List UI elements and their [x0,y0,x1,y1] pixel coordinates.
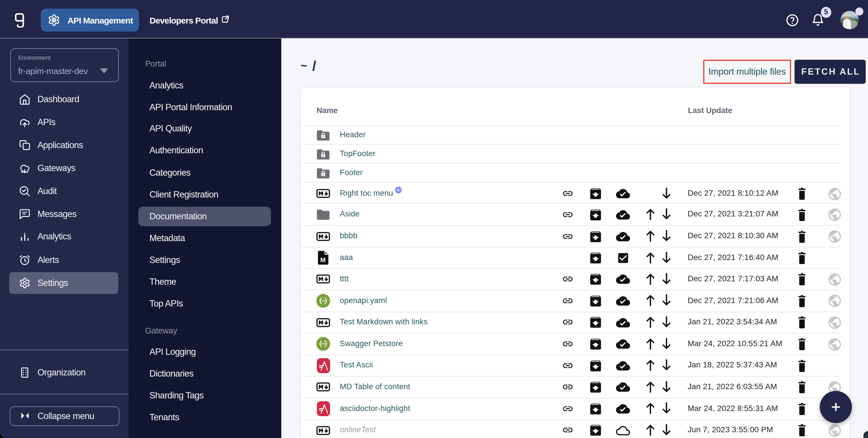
svg-text:M: M [320,256,326,263]
